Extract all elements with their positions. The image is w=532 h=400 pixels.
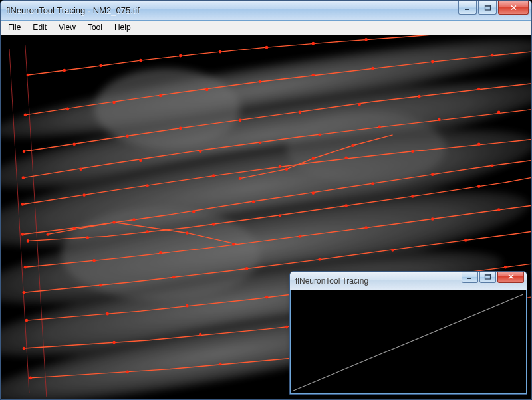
svg-point-46 (139, 159, 142, 162)
svg-point-69 (491, 164, 494, 167)
svg-point-44 (22, 176, 25, 179)
svg-point-112 (285, 167, 289, 171)
svg-point-43 (477, 88, 481, 91)
svg-point-56 (212, 174, 215, 177)
svg-point-72 (146, 230, 149, 233)
maximize-icon (484, 274, 491, 280)
svg-point-115 (47, 233, 50, 236)
svg-line-123 (293, 294, 523, 391)
window-buttons (457, 1, 529, 15)
svg-point-47 (199, 150, 202, 153)
svg-point-38 (179, 127, 182, 130)
svg-point-70 (27, 239, 30, 243)
child-plot-view[interactable] (291, 290, 526, 393)
svg-point-117 (186, 231, 189, 235)
svg-point-64 (192, 210, 196, 213)
svg-point-80 (159, 251, 162, 254)
child-maximize-button[interactable] (479, 272, 496, 283)
svg-point-41 (358, 103, 361, 106)
minimize-button[interactable] (458, 1, 477, 15)
svg-point-66 (312, 191, 315, 195)
svg-point-96 (265, 296, 269, 299)
svg-point-116 (112, 221, 116, 224)
svg-point-33 (431, 60, 434, 64)
svg-point-71 (86, 236, 89, 239)
svg-point-107 (126, 371, 129, 374)
svg-point-89 (245, 267, 249, 270)
close-icon (507, 274, 515, 280)
svg-point-16 (27, 74, 30, 77)
svg-point-81 (232, 243, 235, 246)
svg-point-50 (378, 126, 381, 129)
svg-point-22 (265, 46, 269, 49)
svg-point-85 (497, 208, 501, 211)
minimize-icon (464, 5, 471, 11)
svg-point-11 (94, 68, 240, 148)
svg-point-94 (106, 312, 109, 316)
svg-point-54 (82, 193, 86, 197)
svg-point-67 (371, 182, 374, 185)
svg-rect-0 (465, 9, 469, 10)
svg-point-93 (25, 319, 29, 322)
menu-edit[interactable]: Edit (27, 21, 53, 35)
svg-point-35 (23, 150, 26, 153)
svg-point-106 (29, 377, 33, 380)
svg-point-108 (219, 363, 222, 366)
svg-point-65 (252, 200, 255, 203)
svg-point-37 (126, 135, 129, 138)
menu-file[interactable]: File (2, 21, 27, 35)
maximize-button[interactable] (478, 1, 497, 15)
titlebar[interactable]: flNeuronTool Tracing - NM2_075.tif (1, 1, 531, 21)
child-window[interactable]: flNeuronTool Tracing (289, 271, 527, 395)
svg-point-34 (491, 54, 494, 57)
svg-point-74 (279, 214, 282, 217)
svg-point-48 (259, 141, 262, 144)
menu-view[interactable]: View (53, 21, 82, 35)
svg-point-40 (299, 111, 302, 114)
child-close-button[interactable] (497, 272, 524, 283)
svg-point-17 (63, 69, 66, 72)
svg-point-59 (411, 150, 414, 153)
svg-point-78 (24, 266, 27, 269)
svg-point-86 (23, 291, 26, 294)
svg-point-90 (319, 258, 322, 261)
svg-point-18 (99, 64, 102, 68)
child-window-title: flNeuronTool Tracing (295, 276, 460, 286)
svg-point-73 (212, 223, 215, 226)
svg-point-30 (259, 80, 262, 84)
menu-help[interactable]: Help (108, 21, 137, 35)
svg-point-21 (219, 50, 222, 54)
svg-point-79 (92, 259, 96, 262)
svg-point-99 (504, 266, 507, 269)
svg-point-76 (411, 195, 414, 198)
svg-point-39 (239, 119, 242, 122)
svg-point-95 (186, 304, 189, 308)
close-button[interactable] (498, 1, 529, 15)
svg-point-62 (72, 227, 76, 230)
svg-point-77 (477, 185, 481, 188)
svg-point-53 (21, 203, 25, 206)
svg-point-49 (319, 134, 322, 137)
svg-point-83 (364, 226, 368, 229)
minimize-icon (466, 274, 473, 280)
svg-point-61 (21, 233, 25, 236)
svg-point-68 (431, 173, 434, 176)
close-icon (510, 5, 517, 11)
window-title: flNeuronTool Tracing - NM2_075.tif (6, 5, 457, 15)
svg-point-45 (79, 167, 82, 171)
menu-tool[interactable]: Tool (82, 21, 108, 35)
svg-point-27 (112, 101, 116, 104)
svg-point-60 (477, 142, 481, 146)
svg-point-29 (205, 88, 209, 92)
svg-point-114 (351, 144, 354, 147)
svg-point-42 (418, 95, 421, 98)
svg-point-84 (431, 217, 434, 221)
svg-point-25 (24, 114, 27, 117)
svg-point-87 (99, 284, 102, 287)
svg-point-31 (312, 74, 315, 77)
svg-point-102 (199, 333, 202, 336)
svg-point-58 (344, 156, 348, 159)
svg-point-63 (132, 218, 136, 221)
child-minimize-button[interactable] (462, 272, 478, 283)
child-titlebar[interactable]: flNeuronTool Tracing (290, 272, 527, 290)
